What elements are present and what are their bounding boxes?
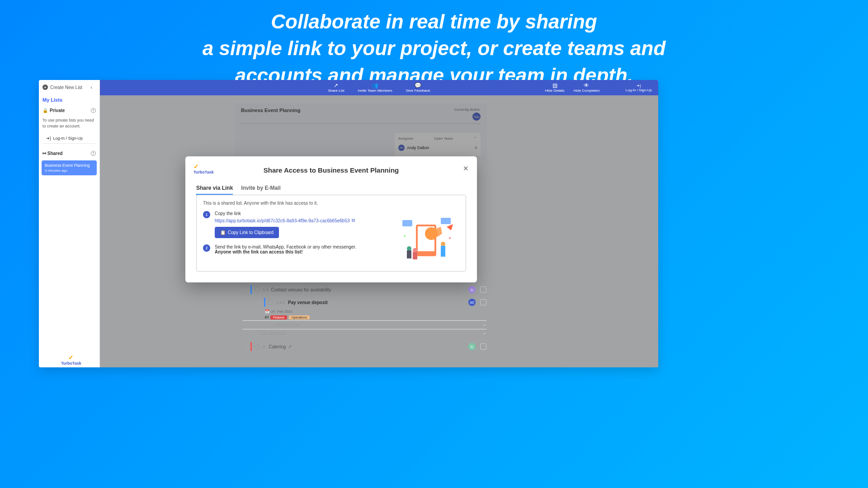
tab-share-link[interactable]: Share via Link (196, 185, 233, 195)
share-link[interactable]: https://app.turbotask.io/p/d67c32c6-8a93… (215, 218, 355, 223)
invite-icon: 👥 (372, 83, 378, 88)
eye-icon: 👁 (584, 83, 589, 88)
sidebar: + Create New List ‹ My Lists 🔒Private ? … (39, 80, 100, 367)
tab-invite-email[interactable]: Invite by E-Mail (241, 185, 280, 195)
help-icon[interactable]: ? (91, 151, 96, 156)
topbar: ↗Share List 👥Invite Team Members 💬Give F… (100, 80, 658, 95)
svg-rect-4 (441, 218, 451, 224)
share-panel: This is a shared list. Anyone with the l… (196, 195, 466, 272)
copy-link-button[interactable]: 📋Copy Link to Clipboard (215, 227, 279, 238)
share-list-button[interactable]: ↗Share List (328, 83, 344, 93)
external-link-icon: ⧉ (352, 218, 355, 223)
task-checkbox[interactable] (255, 287, 260, 292)
close-button[interactable]: ✕ (463, 164, 469, 173)
task-row[interactable]: ⋮⋮ 1.4 Contact venues for availability J… (242, 283, 486, 296)
svg-point-5 (407, 246, 411, 251)
add-subtask-input[interactable]: Add Sub-Task➤ (242, 320, 486, 329)
calendar-icon: 📅 (265, 310, 269, 314)
more-icon[interactable]: ⋯ (480, 299, 486, 305)
svg-rect-8 (413, 252, 417, 259)
drag-handle-icon[interactable]: ⋮⋮ (242, 288, 248, 292)
step-2-badge: 2 (203, 244, 210, 252)
share-description: This is a shared list. Anyone with the l… (203, 201, 459, 206)
lock-icon: 🔒 (42, 108, 48, 113)
create-label: Create New List (50, 85, 82, 90)
share-modal: ✓TurboTask Share Access to Business Even… (185, 156, 477, 282)
tag-icon: 🏷 (265, 315, 269, 319)
step-1-badge: 1 (203, 211, 210, 218)
share-illustration (398, 213, 457, 263)
assignee-avatar[interactable]: AD (468, 299, 476, 306)
step-2-title: Send the link by e-mail, WhatsApp, Faceb… (215, 244, 356, 249)
create-new-list-button[interactable]: + Create New List ‹ (39, 80, 99, 94)
chevron-left-icon[interactable]: ‹ (87, 84, 96, 90)
link-icon: ⚯ (42, 151, 46, 156)
task-tags: 🏷 Finance Operations (265, 314, 486, 320)
task-date: 📅27. Feb 2021 (265, 309, 486, 314)
give-feedback-button[interactable]: 💬Give Feedback (406, 83, 430, 93)
private-message: To use private lists you need to create … (39, 116, 99, 132)
share-icon: ↗ (334, 83, 338, 88)
app-window: + Create New List ‹ My Lists 🔒Private ? … (39, 80, 658, 367)
shared-section-header: ⚯ Shared ? (39, 148, 99, 159)
assignee-avatar[interactable]: JL (468, 343, 476, 350)
assignee-avatar[interactable]: JL (468, 286, 476, 293)
details-icon: ▤ (552, 83, 557, 88)
more-icon[interactable]: ⋯ (480, 343, 486, 350)
login-icon: ➔] (637, 84, 641, 88)
task-checkbox[interactable] (268, 300, 274, 305)
login-icon: ➔] (46, 136, 51, 141)
drag-handle-icon[interactable]: ⋮⋮ (256, 300, 261, 305)
tag-operations[interactable]: Operations (289, 315, 310, 319)
brand-logo: ✓TurboTask (193, 163, 214, 174)
help-icon[interactable]: ? (91, 108, 96, 113)
check-icon: ✓ (193, 163, 199, 170)
copy-icon: 📋 (220, 230, 226, 235)
hide-completed-button[interactable]: 👁Hide Completed (574, 83, 599, 93)
invite-members-button[interactable]: 👥Invite Team Members (358, 83, 392, 93)
svg-rect-10 (441, 246, 445, 257)
svg-point-11 (404, 235, 406, 237)
svg-point-2 (425, 227, 438, 240)
svg-rect-6 (407, 250, 411, 258)
check-icon: ✓ (68, 354, 74, 361)
my-lists-header: My Lists (39, 94, 99, 105)
expand-icon[interactable]: ⤢ (288, 344, 292, 349)
tag-finance[interactable]: Finance (270, 315, 287, 319)
plus-icon: + (42, 84, 48, 90)
topbar-login-button[interactable]: ➔]Log-In / Sign-Up (626, 84, 652, 92)
feedback-icon: 💬 (415, 83, 421, 88)
step-2-warning: Anyone with the link can access this lis… (215, 249, 356, 254)
modal-title: Share Access to Business Event Planning (196, 164, 466, 185)
private-section-header: 🔒Private ? (39, 105, 99, 116)
more-icon[interactable]: ⋯ (480, 286, 486, 293)
login-button[interactable]: ➔] Log-In / Sign-Up (42, 133, 96, 144)
svg-point-9 (441, 242, 445, 246)
svg-point-12 (449, 237, 451, 239)
task-checkbox[interactable] (255, 344, 260, 349)
brand-logo-footer: ✓TurboTask (61, 354, 81, 366)
drag-handle-icon[interactable]: ⋮⋮ (242, 345, 248, 349)
svg-point-7 (413, 248, 417, 253)
svg-rect-3 (402, 220, 412, 226)
step-1-title: Copy the link (215, 211, 355, 216)
tasks-list: ⋮⋮ 1.4 Contact venues for availability J… (242, 283, 486, 353)
add-subtask-input[interactable]: Add Sub-Task➤ (242, 329, 486, 338)
task-row[interactable]: ⋮⋮ 2. Catering ⤢ JL ⋯ (242, 340, 486, 353)
task-row[interactable]: ⋮⋮ 1.4.1 Pay venue deposit AD ⋯ (256, 296, 486, 309)
hide-details-button[interactable]: ▤Hide Details (545, 83, 564, 93)
sidebar-item-business-event[interactable]: Business Event Planning 3 minutes ago (42, 160, 97, 175)
